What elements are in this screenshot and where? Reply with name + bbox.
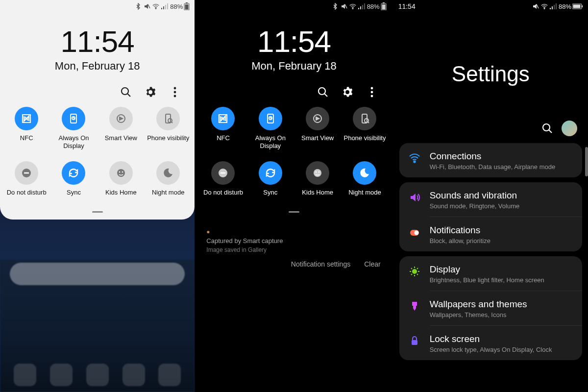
quick-settings-actions (0, 73, 195, 103)
tile-nfc[interactable]: NNFC (199, 107, 246, 150)
display-icon (408, 265, 421, 278)
phonevis-icon (353, 107, 376, 130)
settings-item-name: Connections (430, 151, 573, 162)
home-blur-background (0, 260, 195, 392)
tile-label: Do not disturb (7, 189, 47, 204)
sync-icon (62, 161, 85, 185)
aod-icon (259, 107, 282, 130)
tile-label: NFC (20, 134, 33, 150)
sound-icon (408, 191, 421, 204)
svg-line-10 (128, 94, 131, 97)
tile-aod[interactable]: Always On Display (50, 107, 97, 150)
notif-subtitle: Image saved in Gallery (203, 246, 384, 253)
svg-line-77 (411, 274, 412, 275)
svg-point-55 (318, 171, 320, 172)
svg-line-50 (368, 122, 369, 123)
tile-dnd[interactable]: Do not disturb (199, 161, 246, 204)
sheet-drag-handle[interactable] (92, 211, 103, 213)
wifi-icon (541, 3, 548, 10)
kids-icon (306, 161, 329, 185)
notification-card[interactable]: ● Captured by Smart capture Image saved … (203, 228, 384, 253)
tile-aod[interactable]: Always On Display (247, 107, 294, 150)
settings-item-subtitle: Wallpapers, Themes, Icons (430, 311, 573, 318)
gear-icon[interactable] (342, 86, 353, 98)
tile-sync[interactable]: Sync (247, 161, 294, 204)
phonevis-icon (156, 107, 180, 130)
tile-smartview[interactable]: Smart View (98, 107, 145, 150)
svg-point-53 (314, 169, 321, 177)
notif-title: Captured by Smart capture (203, 235, 384, 246)
search-icon[interactable] (120, 86, 132, 98)
settings-item-notifications[interactable]: NotificationsBlock, allow, prioritize (399, 217, 582, 251)
settings-list: ConnectionsWi-Fi, Bluetooth, Data usage,… (393, 143, 588, 360)
clear-button[interactable]: Clear (364, 260, 380, 268)
svg-line-22 (172, 122, 172, 123)
scrollbar-thumb[interactable] (585, 147, 588, 176)
kids-icon (109, 161, 133, 185)
tile-label: Sync (263, 189, 277, 204)
tile-night[interactable]: Night mode (341, 161, 388, 204)
settings-item-display[interactable]: DisplayBrightness, Blue light filter, Ho… (399, 256, 582, 291)
nfc-icon: N (15, 107, 38, 130)
status-bar: 88% (196, 0, 391, 13)
screenshot-light-quicksettings: 88% 11:54 Mon, February 18 NNFCAlways On… (0, 0, 195, 392)
wifi-icon (349, 3, 356, 10)
settings-item-subtitle: Screen lock type, Always On Display, Clo… (430, 346, 573, 353)
clock-time: 11:54 (0, 26, 195, 57)
svg-point-12 (174, 91, 176, 94)
tile-phonevis[interactable]: Phone visibility (341, 107, 388, 150)
tile-nfc[interactable]: NNFC (3, 107, 50, 150)
svg-point-54 (316, 171, 317, 172)
settings-item-connections[interactable]: ConnectionsWi-Fi, Bluetooth, Data usage,… (399, 143, 582, 177)
svg-rect-63 (582, 5, 583, 7)
more-icon[interactable] (366, 86, 378, 98)
settings-header-actions (393, 121, 588, 143)
gear-icon[interactable] (145, 86, 156, 98)
account-avatar[interactable] (562, 121, 577, 136)
tile-label: Kids Home (302, 189, 333, 204)
more-icon[interactable] (169, 86, 181, 98)
settings-item-wallpapers-and-themes[interactable]: Wallpapers and themesWallpapers, Themes,… (399, 291, 582, 325)
tile-kids[interactable]: Kids Home (294, 161, 341, 204)
status-bar: 88% (0, 0, 195, 13)
settings-item-lock-screen[interactable]: Lock screenScreen lock type, Always On D… (399, 326, 582, 360)
svg-rect-36 (382, 4, 385, 10)
notification-settings-button[interactable]: Notification settings (291, 260, 350, 268)
tile-phonevis[interactable]: Phone visibility (145, 107, 192, 150)
svg-rect-33 (364, 3, 365, 9)
svg-point-41 (370, 95, 373, 98)
tile-kids[interactable]: Kids Home (98, 161, 145, 204)
svg-rect-15 (71, 114, 76, 123)
wifi-icon (152, 3, 159, 10)
sheet-drag-handle[interactable] (289, 211, 299, 213)
dnd-icon (15, 161, 38, 185)
tile-night[interactable]: Night mode (145, 161, 192, 204)
settings-card: Sounds and vibrationSound mode, Ringtone… (399, 182, 582, 251)
battery-indicator: 88% (559, 3, 583, 10)
svg-rect-61 (556, 3, 557, 9)
svg-line-66 (549, 130, 552, 133)
svg-point-40 (370, 91, 373, 94)
svg-point-11 (174, 87, 176, 90)
svg-point-65 (543, 124, 550, 131)
svg-text:N: N (24, 116, 28, 122)
tile-sync[interactable]: Sync (50, 161, 97, 204)
svg-point-67 (414, 161, 415, 162)
settings-card: DisplayBrightness, Blue light filter, Ho… (399, 256, 582, 360)
clock-date: Mon, February 18 (196, 60, 391, 73)
svg-text:N: N (221, 116, 225, 122)
svg-rect-4 (165, 5, 166, 9)
tile-smartview[interactable]: Smart View (294, 107, 341, 150)
settings-item-sounds-and-vibration[interactable]: Sounds and vibrationSound mode, Ringtone… (399, 182, 582, 217)
clock-date: Mon, February 18 (0, 60, 195, 73)
tile-label: Phone visibility (147, 134, 189, 150)
svg-point-37 (318, 88, 325, 95)
search-icon[interactable] (542, 123, 553, 134)
settings-card: ConnectionsWi-Fi, Bluetooth, Data usage,… (399, 143, 582, 177)
tile-label: Sync (67, 189, 81, 204)
svg-line-0 (148, 4, 150, 8)
quick-settings-sheet: 88% 11:54 Mon, February 18 NNFCAlways On… (196, 0, 391, 220)
tile-dnd[interactable]: Do not disturb (3, 161, 50, 204)
tile-label: Night mode (152, 189, 184, 204)
search-icon[interactable] (317, 86, 329, 98)
